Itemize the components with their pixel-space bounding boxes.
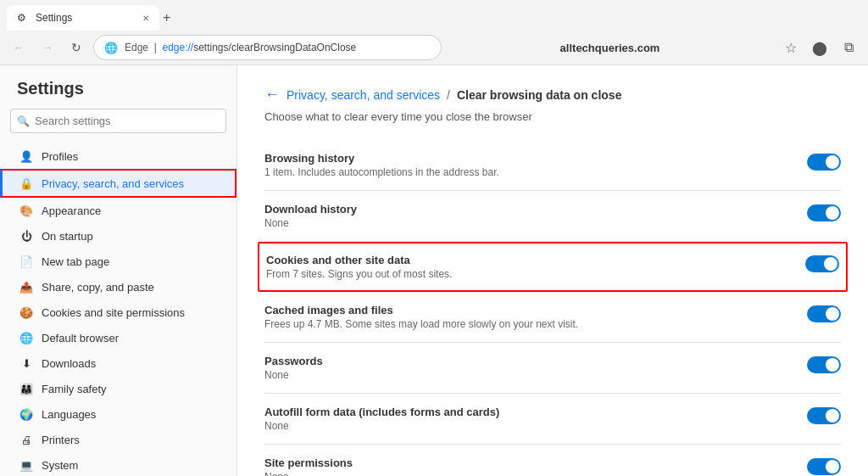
reload-button[interactable]: ↻ — [64, 36, 88, 59]
forward-button[interactable]: → — [36, 36, 59, 59]
sidebar-item-languages-label: Languages — [42, 408, 96, 421]
default-browser-icon: 🌐 — [19, 331, 33, 344]
section-cookies-site-data: Cookies and other site data From 7 sites… — [258, 242, 848, 292]
languages-icon: 🌍 — [19, 407, 33, 421]
sidebar-item-cookies[interactable]: 🍪 Cookies and site permissions — [0, 300, 236, 325]
downloads-icon: ⬇ — [19, 356, 33, 370]
cookies-site-data-desc: From 7 sites. Signs you out of most site… — [266, 268, 805, 280]
sidebar-item-profiles-label: Profiles — [42, 150, 78, 163]
cached-images-title: Cached images and files — [264, 304, 807, 316]
domain-display: alltechqueries.com — [447, 42, 773, 54]
new-tab-button[interactable]: + — [163, 10, 170, 25]
cookies-site-data-toggle[interactable] — [805, 255, 839, 272]
toolbar-icons: ☆ ⬤ ⧉ — [778, 35, 861, 60]
download-history-title: Download history — [264, 203, 807, 216]
url-settings: edge:// — [162, 42, 193, 53]
sidebar-item-default-browser[interactable]: 🌐 Default browser — [0, 325, 236, 350]
row-cached-images: Cached images and files Frees up 4.7 MB.… — [264, 304, 841, 330]
section-cached-images: Cached images and files Frees up 4.7 MB.… — [264, 292, 841, 343]
sidebar-item-default-browser-label: Default browser — [42, 332, 119, 344]
settings-tab-icon: ⚙ — [17, 12, 29, 24]
sidebar-item-share-label: Share, copy, and paste — [42, 281, 154, 294]
browsing-history-toggle[interactable] — [807, 154, 841, 171]
section-browsing-history: Browsing history 1 item. Includes autoco… — [264, 140, 841, 191]
sidebar-item-family[interactable]: 👨‍👩‍👧 Family safety — [0, 376, 236, 401]
main-layout: Settings 🔍 👤 Profiles 🔒 Privacy, search,… — [0, 64, 868, 476]
row-download-history: Download history None — [264, 203, 841, 229]
sidebar-item-startup-label: On startup — [42, 230, 93, 243]
newtab-icon: 📄 — [19, 255, 33, 268]
search-icon: 🔍 — [17, 115, 30, 127]
profiles-icon: 👤 — [19, 149, 33, 163]
sidebar-item-newtab[interactable]: 📄 New tab page — [0, 249, 236, 274]
site-permissions-title: Site permissions — [264, 456, 807, 469]
extensions-button[interactable]: ⧉ — [836, 35, 861, 60]
content-area: ← Privacy, search, and services / Clear … — [237, 65, 868, 476]
sidebar-item-printers[interactable]: 🖨 Printers — [0, 427, 236, 452]
startup-icon: ⏻ — [19, 229, 33, 243]
search-input[interactable] — [10, 109, 226, 133]
sidebar-item-downloads-label: Downloads — [42, 357, 96, 370]
family-icon: 👨‍👩‍👧 — [19, 382, 33, 395]
search-box: 🔍 — [10, 109, 226, 133]
url-path: settings/clearBrowsingDataOnClose — [193, 42, 356, 53]
profile-button[interactable]: ⬤ — [807, 35, 832, 60]
sidebar-item-appearance-label: Appearance — [42, 204, 101, 217]
breadcrumb-current: Clear browsing data on close — [457, 88, 622, 102]
cached-images-toggle[interactable] — [807, 305, 841, 322]
sidebar-item-downloads[interactable]: ⬇ Downloads — [0, 350, 236, 376]
sidebar-item-newtab-label: New tab page — [42, 255, 109, 268]
sidebar: Settings 🔍 👤 Profiles 🔒 Privacy, search,… — [0, 65, 237, 476]
sidebar-item-system-label: System — [42, 459, 78, 472]
tab-bar: ⚙ Settings ✕ + — [0, 0, 868, 31]
settings-tab-title: Settings — [36, 12, 136, 24]
url-protocol: Edge | — [125, 42, 162, 53]
breadcrumb: ← Privacy, search, and services / Clear … — [264, 86, 841, 104]
privacy-icon: 🔒 — [19, 176, 33, 190]
page-subtitle: Choose what to clear every time you clos… — [264, 110, 841, 123]
sidebar-item-appearance[interactable]: 🎨 Appearance — [0, 198, 236, 223]
favorites-button[interactable]: ☆ — [778, 35, 804, 60]
download-history-desc: None — [264, 217, 807, 229]
sidebar-item-family-label: Family safety — [42, 383, 107, 395]
tab-close-button[interactable]: ✕ — [142, 14, 149, 23]
back-button[interactable]: ← — [7, 36, 31, 59]
section-passwords: Passwords None — [264, 343, 841, 394]
system-icon: 💻 — [19, 458, 33, 472]
printers-icon: 🖨 — [19, 433, 33, 446]
passwords-toggle[interactable] — [807, 356, 841, 373]
browsing-history-desc: 1 item. Includes autocompletions in the … — [264, 166, 807, 178]
breadcrumb-separator: / — [447, 88, 450, 102]
passwords-title: Passwords — [264, 355, 807, 367]
autofill-toggle[interactable] — [807, 407, 841, 424]
settings-tab[interactable]: ⚙ Settings ✕ — [7, 5, 159, 31]
sidebar-item-share[interactable]: 📤 Share, copy, and paste — [0, 274, 236, 300]
sidebar-item-cookies-label: Cookies and site permissions — [42, 306, 185, 319]
cookies-site-data-title: Cookies and other site data — [266, 254, 805, 266]
back-arrow[interactable]: ← — [264, 86, 280, 104]
row-site-permissions: Site permissions None — [264, 456, 841, 476]
breadcrumb-link[interactable]: Privacy, search, and services — [287, 88, 440, 102]
address-bar-text: Edge | edge://settings/clearBrowsingData… — [125, 42, 431, 53]
row-passwords: Passwords None — [264, 355, 841, 381]
row-autofill: Autofill form data (includes forms and c… — [264, 406, 841, 432]
site-permissions-desc: None — [264, 471, 807, 476]
browser-chrome: ⚙ Settings ✕ + ← → ↻ 🌐 Edge | edge://set… — [0, 0, 868, 64]
row-cookies-site-data: Cookies and other site data From 7 sites… — [266, 254, 839, 280]
section-download-history: Download history None — [264, 191, 841, 242]
sidebar-item-languages[interactable]: 🌍 Languages — [0, 401, 236, 427]
address-bar-row: ← → ↻ 🌐 Edge | edge://settings/clearBrow… — [0, 31, 868, 64]
sidebar-item-system[interactable]: 💻 System — [0, 452, 236, 476]
share-icon: 📤 — [19, 280, 33, 294]
section-site-permissions: Site permissions None — [264, 445, 841, 476]
site-permissions-toggle[interactable] — [807, 458, 841, 475]
sidebar-item-privacy[interactable]: 🔒 Privacy, search, and services — [0, 169, 236, 198]
appearance-icon: 🎨 — [19, 204, 33, 217]
cookies-icon: 🍪 — [19, 305, 33, 319]
address-bar[interactable]: 🌐 Edge | edge://settings/clearBrowsingDa… — [93, 35, 442, 60]
edge-icon: 🌐 — [104, 42, 118, 54]
sidebar-item-privacy-label: Privacy, search, and services — [42, 177, 184, 190]
sidebar-item-startup[interactable]: ⏻ On startup — [0, 223, 236, 249]
download-history-toggle[interactable] — [807, 204, 841, 221]
sidebar-item-profiles[interactable]: 👤 Profiles — [0, 143, 236, 169]
